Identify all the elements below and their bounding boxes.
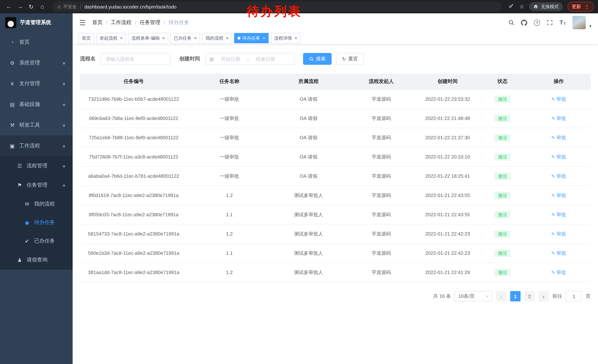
- search-icon[interactable]: [508, 20, 514, 25]
- next-page-button[interactable]: ›: [538, 291, 549, 301]
- bookmark-star-icon[interactable]: ☆: [519, 3, 524, 10]
- close-icon[interactable]: ×: [263, 36, 265, 40]
- goto-label: 前往: [552, 293, 562, 299]
- approve-link[interactable]: ✎审批: [551, 115, 566, 122]
- font-size-icon[interactable]: TT: [559, 20, 566, 25]
- status-badge: 激活: [494, 95, 511, 103]
- approve-link[interactable]: ✎审批: [551, 269, 566, 276]
- filter-bar: 流程名 创建时间 ▦ - 搜索: [80, 53, 590, 65]
- hamburger-icon[interactable]: ☰: [79, 18, 86, 27]
- fullscreen-icon[interactable]: [547, 20, 553, 25]
- approve-link[interactable]: ✎审批: [551, 154, 566, 160]
- prev-page-button[interactable]: ‹: [496, 291, 507, 301]
- search-button[interactable]: 搜索: [303, 53, 332, 65]
- tabs-bar: 首页 发起流程 × 流程表单-编辑 × 已办任务 × 我的流程 ×: [73, 32, 598, 45]
- approve-link[interactable]: ✎审批: [551, 134, 566, 141]
- approve-link[interactable]: ✎审批: [551, 231, 566, 237]
- incognito-label: 无痕模式: [541, 4, 559, 10]
- close-icon[interactable]: ×: [226, 36, 229, 40]
- security-status[interactable]: ⚠ 不安全: [57, 4, 77, 10]
- tab-home[interactable]: 首页: [79, 33, 94, 43]
- sidebar-item-dev-tools[interactable]: ⚒ 研发工具 ∨: [0, 115, 73, 136]
- sidebar-item-system-management[interactable]: ⚙ 系统管理 ∨: [0, 53, 73, 73]
- breadcrumb-task-management[interactable]: 任务管理: [140, 19, 160, 26]
- approve-link[interactable]: ✎审批: [551, 192, 566, 199]
- browser-menu-icon[interactable]: ⋮: [584, 4, 590, 10]
- sidebar-item-infrastructure[interactable]: ▤ 基础设施 ∨: [0, 94, 73, 115]
- edit-icon: ✎: [551, 270, 555, 275]
- tab-done-tasks[interactable]: 已办任务 ×: [170, 33, 200, 43]
- start-date-input[interactable]: [216, 56, 246, 62]
- goto-page-input[interactable]: [566, 291, 582, 301]
- breadcrumb-workflow[interactable]: 工作流程: [111, 19, 132, 26]
- help-icon[interactable]: ?: [534, 19, 540, 26]
- end-date-input[interactable]: [250, 56, 281, 62]
- table-row: 069c6a63-7b8a-11ec-8ef0-acde48001122 一级审…: [80, 109, 590, 128]
- status-badge: 激活: [494, 192, 511, 199]
- table-row: 8f0d1619-7ac8-11ec-a9e2-a2380e71991a 1.2…: [80, 186, 590, 205]
- tasks-icon: ⚑: [16, 182, 24, 188]
- page-2-button[interactable]: 2: [524, 291, 535, 301]
- app-logo[interactable]: 芋道管理系统: [0, 13, 73, 32]
- tab-process-form-edit[interactable]: 流程表单-编辑 ×: [128, 33, 168, 43]
- back-icon[interactable]: ←: [4, 3, 13, 10]
- topbar-actions: ? TT ▾: [508, 16, 591, 29]
- tab-process-detail[interactable]: 流程详情 ×: [271, 33, 300, 43]
- tab-my-processes[interactable]: 我的流程 ×: [202, 33, 232, 43]
- close-icon[interactable]: ×: [194, 36, 197, 40]
- search-icon: [309, 57, 314, 61]
- tab-start-process[interactable]: 发起流程 ×: [96, 33, 126, 43]
- breadcrumb-home[interactable]: 首页: [92, 19, 103, 26]
- approve-link[interactable]: ✎审批: [551, 173, 566, 179]
- sidebar-menu: ◔ 首页 ⚙ 系统管理 ∨ ¥ 支付管理 ∨ ▤ 基础设施 ∨: [0, 32, 73, 270]
- status-badge: 激活: [494, 269, 511, 276]
- close-icon[interactable]: ×: [120, 36, 123, 40]
- status-badge: 激活: [494, 211, 511, 218]
- person-icon: ♟: [16, 257, 24, 263]
- reload-icon[interactable]: ↻: [27, 3, 36, 10]
- update-label: 更新: [572, 4, 581, 10]
- app-shell: 芋道管理系统 ◔ 首页 ⚙ 系统管理 ∨ ¥ 支付管理 ∨ ▤: [0, 13, 598, 364]
- github-icon[interactable]: [521, 19, 527, 26]
- sidebar-item-workflow[interactable]: ▣ 工作流程 ∧: [0, 136, 73, 156]
- close-icon[interactable]: ×: [295, 36, 297, 40]
- update-button[interactable]: 更新 ⋮: [568, 2, 594, 11]
- breadcrumb: 首页 / 工作流程 / 任务管理 / 待办任务: [92, 19, 189, 26]
- sidebar-item-home[interactable]: ◔ 首页: [0, 32, 73, 53]
- forward-icon[interactable]: →: [16, 3, 25, 10]
- page-content: 流程名 创建时间 ▦ - 搜索: [73, 45, 598, 364]
- table-row: 8f059c03-7ac8-11ec-a9e2-a2380e71991a 1.1…: [80, 205, 590, 224]
- process-name-label: 流程名: [80, 56, 96, 62]
- caret-down-icon[interactable]: ▾: [590, 24, 591, 29]
- approve-link[interactable]: ✎审批: [551, 211, 566, 218]
- tab-todo-tasks[interactable]: 待办任务 ×: [234, 33, 269, 43]
- sidebar-item-my-processes[interactable]: ✉ 我的流程: [0, 195, 73, 213]
- sidebar-item-leave-query[interactable]: ♟ 请假查询: [0, 250, 73, 270]
- sidebar-item-payment-management[interactable]: ¥ 支付管理 ∨: [0, 73, 73, 94]
- key-icon[interactable]: [508, 3, 515, 10]
- status-badge: 激活: [494, 134, 511, 141]
- chat-icon: ✉: [23, 201, 31, 207]
- sidebar-item-todo-tasks[interactable]: ◉ 待办任务: [0, 213, 73, 232]
- check-icon: ✔: [23, 238, 31, 244]
- approve-link[interactable]: ✎审批: [551, 96, 566, 102]
- table-row: 725a1eb6-7b88-11ec-8ef0-acde48001122 一级审…: [80, 128, 590, 147]
- avatar[interactable]: [573, 16, 586, 29]
- page-size-select[interactable]: 10条/页 ∨: [455, 291, 492, 301]
- status-badge: 激活: [494, 115, 511, 122]
- sidebar-item-task-management[interactable]: ⚑ 任务管理 ∧: [0, 176, 73, 195]
- approve-link[interactable]: ✎审批: [551, 250, 566, 256]
- todo-task-table: 任务编号 任务名称 所属流程 流程发起人 创建时间 状态 操作 73211d9d…: [80, 74, 590, 282]
- home-icon[interactable]: ⌂: [38, 3, 47, 10]
- close-icon[interactable]: ×: [162, 36, 165, 40]
- date-range-picker[interactable]: ▦ -: [205, 53, 295, 65]
- sidebar-item-process-management[interactable]: ☰ 流程管理 ∨: [0, 156, 73, 176]
- process-name-input[interactable]: [101, 53, 170, 65]
- gear-icon: ⚙: [8, 60, 16, 66]
- security-label: 不安全: [63, 4, 77, 10]
- edit-icon: ✎: [551, 116, 555, 121]
- page-1-button[interactable]: 1: [510, 291, 521, 301]
- sidebar-item-done-tasks[interactable]: ✔ 已办任务: [0, 232, 73, 250]
- workflow-icon: ▣: [8, 143, 16, 149]
- reset-button[interactable]: ↻ 重置: [336, 53, 364, 65]
